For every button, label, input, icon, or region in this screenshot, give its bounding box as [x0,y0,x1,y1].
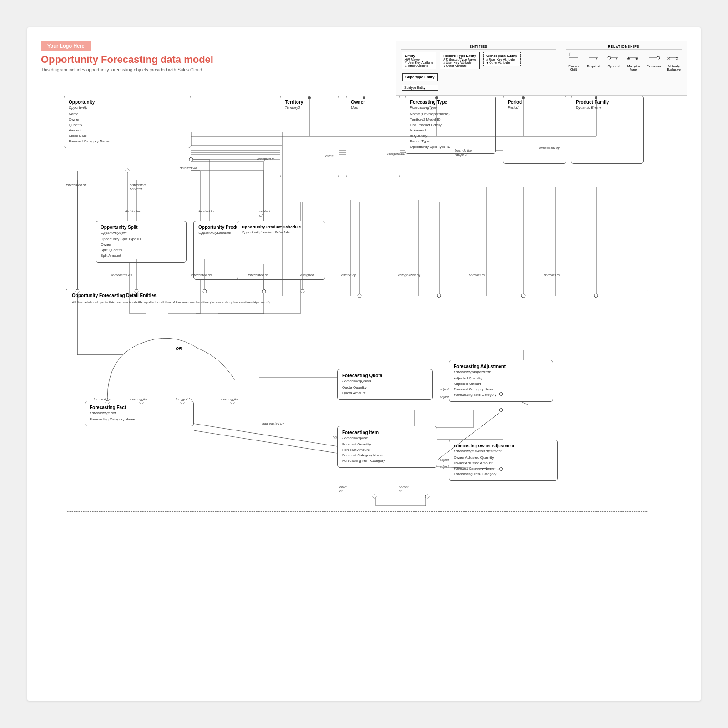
rel-parent-of: parentof [399,485,408,493]
svg-text:⌈: ⌈ [569,52,571,56]
page: Your Logo Here Opportunity Forecasting d… [0,0,728,728]
svg-point-7 [608,56,611,59]
rel-forecasted-as-product: forecasted as [191,273,212,277]
forecasting-type-entity: Forecasting Type ForecastingType Name (D… [405,96,496,154]
rel-detailed-via: detailed via [180,166,197,170]
rel-forecast-for-1: forecast for [94,397,111,401]
forecasting-quota-entity: Forecasting Quota ForecastingQuota Quota… [337,369,433,400]
svg-text:⊤: ⊤ [588,56,592,61]
owner-entity: Owner User [346,96,400,177]
legend-normal-entity: Entity API Name # User Key Attribute ● O… [402,52,436,69]
svg-text:⌋: ⌋ [575,52,576,56]
diagram-area: Opportunity Opportunity NameOwnerQuantit… [41,86,687,692]
rel-forecasted-on: forecasted on [66,183,86,187]
rel-distributed-between: distributedbetween [130,183,146,191]
rel-forecast-for-3: forecast for [176,397,193,401]
svg-text:✕: ✕ [667,56,671,61]
rel-detailed-for: detailed for [198,209,215,213]
rel-forecast-for-4: forecast for [221,397,238,401]
legend-supertype-entity: Supertype Entity [402,73,438,81]
svg-line-50 [194,424,337,446]
svg-point-13 [657,56,660,59]
rel-bounds-range: bounds therange of [455,148,472,157]
svg-point-93 [126,169,129,172]
rel-categorizes: categorizes [387,152,404,156]
rel-forecasted-by: forecasted by [539,146,560,150]
svg-text:★: ★ [635,56,639,61]
rel-assigned: assigned [300,273,314,277]
svg-text:∧: ∧ [595,57,598,61]
forecasting-adjustment-entity: Forecasting Adjustment ForecastingAdjust… [449,360,553,402]
detail-lines [66,289,648,511]
svg-point-96 [189,157,193,161]
svg-point-63 [425,495,429,498]
period-entity: Period Period [503,96,566,164]
opportunity-split-entity: Opportunity Split OpportunitySplit Oppor… [96,221,187,263]
rel-categorized-by: categorized by [398,273,420,277]
rel-assigned-to: assigned to [257,157,274,161]
rel-owned-by: owned by [341,273,356,277]
svg-text:∧: ∧ [615,57,618,61]
forecasting-owner-adjustment-entity: Forecasting Owner Adjustment Forecasting… [449,440,558,481]
rel-pertains-to-period: pertains to [469,273,485,277]
entities-legend-title: ENTITIES [401,45,556,50]
svg-line-51 [194,430,337,453]
rel-forecasted-as-split: forecasted as [111,273,132,277]
legend-rt-entity: Record Type Entity RT: Record Type Name … [440,52,480,69]
svg-text:✕: ✕ [675,56,679,61]
forecasting-item-entity: Forecasting Item ForecastingItem Forecas… [337,426,437,468]
rel-distributes: distributes [125,209,141,213]
svg-text:★: ★ [627,56,631,61]
detail-entities-container: Opportunity Forecasting Detail Entities … [66,289,648,512]
territory-entity: Territory Territory2 [280,96,339,177]
logo-badge: Your Logo Here [41,41,91,51]
rel-child-of: childof [339,485,346,493]
legend-conceptual-entity: Conceptual Entity # User Key Attribute ●… [483,52,521,66]
svg-point-56 [499,408,503,412]
opportunity-product-schedule-entity: Opportunity Product Schedule Opportunity… [237,221,325,280]
forecasting-fact-entity: Forecasting Fact ForecastingFact Forecas… [85,401,194,426]
or-label: OR [176,346,182,351]
main-content: Your Logo Here Opportunity Forecasting d… [27,27,701,701]
svg-point-62 [373,495,376,498]
rel-owns: owns [325,154,334,158]
rel-forecasted-as-schedule: forecasted as [248,273,268,277]
relationships-legend-title: RELATIONSHIPS [566,45,682,50]
rel-subject-of: subjectof [259,209,270,217]
rel-aggregated-by: aggregated by [262,421,284,425]
opportunity-entity: Opportunity Opportunity NameOwnerQuantit… [64,96,191,148]
rel-pertains-to-product: pertains to [544,273,560,277]
rel-forecast-for-2: forecast for [130,397,147,401]
product-family-entity: Product Family Dynamic Enum [571,96,644,164]
